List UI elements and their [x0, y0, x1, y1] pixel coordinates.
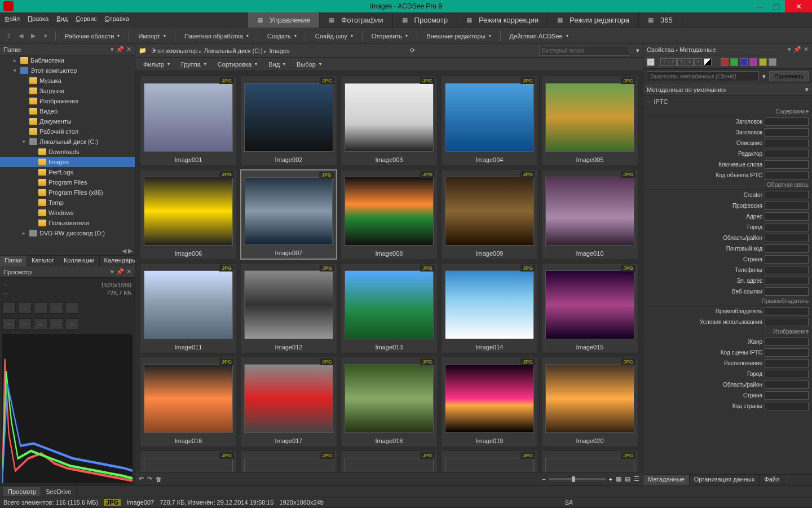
tree-item[interactable]: Images [0, 157, 135, 167]
search-dropdown-icon[interactable]: ▾ [636, 47, 639, 54]
property-input[interactable] [765, 318, 809, 326]
mode-tab[interactable]: ▦Просмотр [393, 12, 457, 28]
info-btn[interactable]: -- [34, 303, 47, 314]
apply-button[interactable]: Применить [769, 71, 809, 81]
thumbnail[interactable]: JPG [341, 450, 438, 472]
breadcrumb-item[interactable]: Images [269, 47, 289, 54]
thumbnail[interactable]: JPGImage019 [441, 357, 538, 447]
tree-item[interactable]: Документы [0, 116, 135, 126]
property-input[interactable] [765, 287, 809, 296]
property-input[interactable] [765, 380, 809, 389]
folder-tab[interactable]: Каталог [27, 256, 59, 266]
folder-tab[interactable]: Коллекции [59, 256, 100, 266]
toolbar-button[interactable]: Слайд-шоу [311, 31, 358, 41]
property-input[interactable] [765, 402, 809, 410]
breadcrumb[interactable]: Этот компьютерЛокальный диск (C:)Images [151, 47, 289, 54]
thumbnail[interactable]: JPGImage020 [541, 357, 638, 447]
info-btn[interactable]: -- [2, 303, 16, 314]
property-input[interactable] [765, 307, 809, 316]
tree-item[interactable]: Изображения [0, 96, 135, 106]
dropdown-icon[interactable]: ▾ [41, 31, 51, 41]
thumbnail[interactable]: JPGImage002 [240, 76, 337, 166]
toolbar-button[interactable]: Пакетная обработка [180, 31, 253, 41]
property-input[interactable] [765, 150, 809, 158]
view-icon[interactable]: ▤ [625, 475, 630, 483]
property-input[interactable] [765, 244, 809, 253]
info-btn[interactable]: -- [34, 318, 47, 330]
mode-tab[interactable]: ▦365 [639, 12, 682, 28]
search-input[interactable] [539, 46, 629, 56]
toolbar-button[interactable]: Действия ACDSee [505, 31, 573, 41]
rating-button[interactable]: 5 [694, 58, 702, 66]
toolbar-button[interactable]: Внешние редакторы [422, 31, 495, 41]
preview-tab[interactable]: SeeDrive [41, 487, 76, 496]
color-label-gray[interactable] [769, 58, 776, 66]
property-input[interactable] [765, 370, 809, 378]
property-tab[interactable]: Метаданные [643, 475, 690, 485]
mode-tab[interactable]: ▦Режим коррекции [457, 12, 548, 28]
tree-scroll[interactable]: ◀ ▶ [0, 247, 135, 255]
rating-button[interactable]: 2 [669, 58, 677, 66]
zoom-out-icon[interactable]: − [542, 476, 545, 483]
metadata-category[interactable]: Метаданные по умолчанию▾ [643, 84, 812, 96]
rating-button[interactable]: 4 [686, 58, 694, 66]
rating-button[interactable]: 3 [677, 58, 685, 66]
info-btn[interactable]: -- [2, 318, 16, 330]
view-icon[interactable]: ☰ [634, 475, 639, 483]
back-icon[interactable]: ◀ [16, 31, 26, 41]
tree-item[interactable]: Пользователи [0, 218, 135, 228]
tree-item[interactable]: Рабочий стол [0, 126, 135, 137]
property-input[interactable] [765, 223, 809, 231]
filter-button[interactable]: Сортировка [213, 59, 262, 69]
view-icon[interactable]: ▦ [616, 475, 621, 483]
thumbnail[interactable]: JPG [140, 450, 237, 472]
folder-tab[interactable]: Папки [0, 256, 27, 266]
property-input[interactable] [765, 128, 809, 137]
property-input[interactable] [765, 348, 809, 357]
filter-button[interactable]: Группа [176, 59, 211, 69]
menu-item[interactable]: Сервис [76, 15, 97, 22]
zoom-slider[interactable] [549, 478, 606, 480]
thumbnail[interactable]: JPG [441, 450, 538, 472]
thumbnail[interactable]: JPGImage001 [140, 76, 237, 166]
property-input[interactable] [765, 212, 809, 221]
filter-button[interactable]: Выбор [292, 59, 326, 69]
folder-tree[interactable]: ▸Библиотеки▾Этот компьютерМузыкаЗагрузки… [0, 55, 135, 247]
panel-pin-icon[interactable]: 📌 [793, 46, 801, 53]
folder-tab[interactable]: Календарь [100, 256, 141, 266]
filter-button[interactable]: Фильтр [139, 59, 174, 69]
color-label-purple[interactable] [749, 58, 757, 66]
tree-item[interactable]: Видео [0, 106, 135, 116]
tree-item[interactable]: ▾Локальный диск (C:) [0, 137, 135, 147]
menu-item[interactable]: Файл [5, 15, 20, 22]
rotate-right-icon[interactable]: ↷ [147, 475, 152, 483]
metadata-preset-select[interactable] [647, 71, 759, 81]
property-input[interactable] [765, 391, 809, 400]
property-input[interactable] [765, 139, 809, 147]
tree-item[interactable]: Temp [0, 198, 135, 208]
breadcrumb-item[interactable]: Этот компьютер [151, 47, 202, 54]
panel-menu-icon[interactable]: ▾ [111, 268, 114, 275]
property-input[interactable] [765, 266, 809, 274]
color-label-red[interactable] [721, 58, 729, 66]
thumbnail[interactable]: JPGImage016 [140, 357, 237, 447]
panel-close-icon[interactable]: ✕ [126, 268, 131, 275]
thumbnail[interactable]: JPG [541, 450, 638, 472]
color-label-yellow[interactable] [759, 58, 767, 66]
toolbar-button[interactable]: Рабочие области [60, 31, 124, 41]
color-label-green[interactable] [730, 58, 738, 66]
property-input[interactable] [765, 117, 809, 126]
rating-button[interactable]: 1 [660, 58, 668, 66]
thumbnail[interactable]: JPGImage017 [240, 357, 337, 447]
toolbar-button[interactable]: Импорт [134, 31, 170, 41]
panel-close-icon[interactable]: ✕ [126, 46, 131, 53]
panel-menu-icon[interactable]: ▾ [111, 46, 114, 53]
delete-icon[interactable]: 🗑 [156, 476, 162, 483]
property-input[interactable] [765, 338, 809, 346]
thumbnail[interactable]: JPGImage010 [541, 169, 638, 260]
tree-item[interactable]: PerfLogs [0, 167, 135, 177]
thumbnail[interactable]: JPGImage009 [441, 169, 538, 260]
panel-pin-icon[interactable]: 📌 [116, 46, 124, 53]
preset-dropdown-icon[interactable]: ▾ [762, 73, 766, 80]
mode-tab[interactable]: ▦Фотографии [320, 12, 392, 28]
